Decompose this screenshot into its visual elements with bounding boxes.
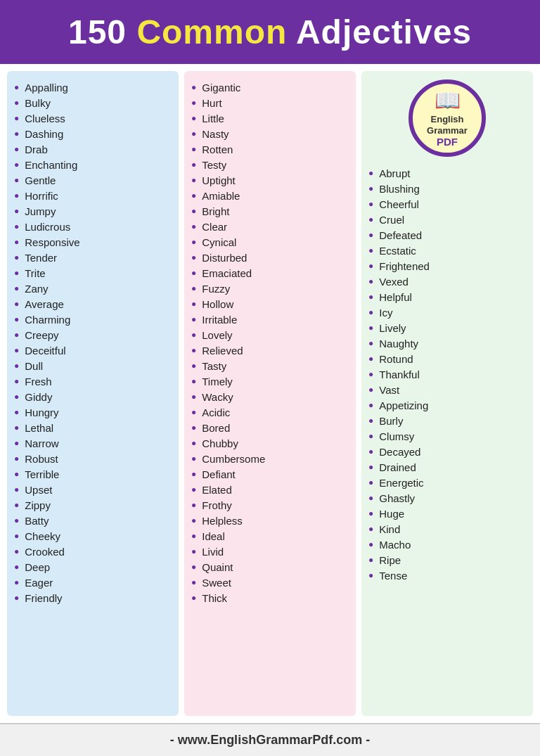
title-prefix: 150 [68,13,136,51]
list-item: Naughty [368,335,526,351]
footer-text: - www.EnglishGrammarPdf.com - [170,733,370,747]
list-item: Fuzzy [191,281,349,296]
list-item: Horrific [14,188,172,203]
list-item: Lively [368,320,526,335]
list-item: Narrow [14,435,172,451]
list-item: Nasty [191,126,349,141]
list-item: Clumsy [368,428,526,444]
list-item: Helpless [191,513,349,528]
list-item: Relieved [191,342,349,358]
list-item: Clear [191,219,349,234]
list-item: Helpful [368,289,526,305]
logo-line2: Grammar [427,125,468,136]
col3-list: AbruptBlushingCheerfulCruelDefeatedEcsta… [368,165,526,583]
list-item: Giddy [14,389,172,404]
list-item: Timely [191,373,349,389]
list-item: Ludicrous [14,219,172,234]
list-item: Bulky [14,95,172,110]
list-item: Hungry [14,404,172,420]
list-item: Ecstatic [368,243,526,258]
list-item: Disturbed [191,250,349,265]
list-item: Cruel [368,212,526,227]
list-item: Little [191,110,349,126]
list-item: Bored [191,420,349,435]
list-item: Huge [368,506,526,521]
logo-badge: 📖 English Grammar PDF [368,79,526,157]
list-item: Cheerful [368,196,526,212]
title-suffix: Adjectives [287,13,472,51]
list-item: Uptight [191,172,349,188]
page-title: 150 Common Adjectives [14,13,526,51]
list-item: Wacky [191,389,349,404]
logo-line1: English [427,114,468,125]
list-item: Crooked [14,544,172,559]
col2-list: GiganticHurtLittleNastyRottenTestyUptigh… [191,79,349,606]
list-item: Deceitful [14,342,172,358]
list-item: Drained [368,459,526,475]
list-item: Kind [368,521,526,537]
list-item: Tasty [191,358,349,373]
list-item: Charming [14,312,172,327]
list-item: Burly [368,413,526,428]
list-item: Cheeky [14,528,172,544]
list-item: Energetic [368,475,526,490]
list-item: Fresh [14,373,172,389]
logo-line3: PDF [427,136,468,148]
list-item: Trite [14,265,172,281]
logo-icon: 📖 [435,88,461,113]
list-item: Quaint [191,559,349,575]
list-item: Enchanting [14,157,172,172]
list-item: Rotund [368,351,526,366]
list-item: Vexed [368,274,526,289]
column-3: 📖 English Grammar PDF AbruptBlushingChee… [361,71,533,716]
list-item: Responsive [14,234,172,250]
list-item: Elated [191,482,349,497]
list-item: Gigantic [191,79,349,95]
column-1: AppallingBulkyCluelessDashingDrabEnchant… [7,71,179,716]
list-item: Ghastly [368,490,526,506]
list-item: Thankful [368,366,526,382]
main-content: AppallingBulkyCluelessDashingDrabEnchant… [0,64,540,723]
list-item: Clueless [14,110,172,126]
list-item: Robust [14,451,172,466]
list-item: Cumbersome [191,451,349,466]
logo-text: English Grammar PDF [427,114,468,148]
page-header: 150 Common Adjectives [0,0,540,64]
list-item: Thick [191,590,349,606]
list-item: Tender [14,250,172,265]
list-item: Hurt [191,95,349,110]
list-item: Livid [191,544,349,559]
list-item: Acidic [191,404,349,420]
list-item: Amiable [191,188,349,203]
list-item: Deep [14,559,172,575]
list-item: Macho [368,537,526,552]
list-item: Eager [14,575,172,590]
list-item: Dashing [14,126,172,141]
page-footer: - www.EnglishGrammarPdf.com - [0,723,540,756]
list-item: Icy [368,305,526,320]
list-item: Vast [368,382,526,397]
list-item: Appetizing [368,397,526,413]
list-item: Emaciated [191,265,349,281]
list-item: Drab [14,141,172,157]
list-item: Frothy [191,497,349,513]
list-item: Chubby [191,435,349,451]
list-item: Friendly [14,590,172,606]
list-item: Defiant [191,466,349,482]
list-item: Terrible [14,466,172,482]
list-item: Defeated [368,227,526,243]
list-item: Gentle [14,172,172,188]
title-highlight: Common [136,13,287,51]
list-item: Cynical [191,234,349,250]
list-item: Appalling [14,79,172,95]
list-item: Average [14,296,172,312]
list-item: Jumpy [14,203,172,219]
list-item: Bright [191,203,349,219]
list-item: Zippy [14,497,172,513]
list-item: Upset [14,482,172,497]
list-item: Batty [14,513,172,528]
column-2: GiganticHurtLittleNastyRottenTestyUptigh… [184,71,356,716]
list-item: Frightened [368,258,526,274]
list-item: Dull [14,358,172,373]
list-item: Zany [14,281,172,296]
